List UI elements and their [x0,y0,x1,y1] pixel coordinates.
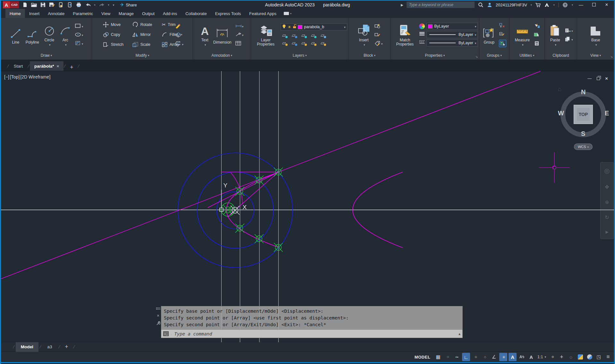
polar-tracking-icon[interactable] [471,353,479,361]
model-space-toggle[interactable]: MODEL [412,353,433,361]
redo-dropdown-icon[interactable]: ▾ [108,4,109,6]
layer-isolate-icon[interactable]: ▱ [281,40,288,46]
help-icon[interactable]: ? [562,2,568,8]
layer-unisolate-icon[interactable]: ▱ [290,40,297,46]
file-tab-close-icon[interactable] [57,64,59,69]
leader-dropdown-icon[interactable] [242,32,244,37]
layer-off-icon[interactable]: ▱ [281,32,288,38]
customization-menu-icon[interactable] [604,353,612,361]
quick-calculator-icon[interactable] [534,32,540,38]
navigation-bar[interactable]: ◎ ✥ ⊕ ↻ ▶ [600,162,614,239]
object-color-dropdown[interactable]: ByLayer [426,23,478,30]
viewcube-east[interactable]: E [605,110,609,117]
isolate-objects-icon[interactable] [567,353,575,361]
clean-screen-icon[interactable] [595,353,603,361]
viewcube-north[interactable]: N [581,88,586,96]
arc-button[interactable]: Arc [58,19,73,51]
copy-button[interactable]: Copy [103,32,132,38]
graphics-performance-icon[interactable] [576,353,584,361]
layer-color-swatch[interactable] [298,25,302,29]
layer-freeze-all-icon[interactable]: ▱ [300,40,307,46]
trim-button[interactable]: ✂Trim [162,22,173,28]
fillet-button[interactable]: Fillet [162,32,173,38]
search-expand-icon[interactable]: ▶ [401,3,403,7]
lineweight-icon[interactable] [419,32,425,37]
ungroup-icon[interactable] [499,22,505,29]
help-dropdown-icon[interactable]: ▾ [572,4,573,6]
hatch-tool-icon[interactable] [75,40,81,46]
panel-label-draw[interactable]: Draw [1,51,92,60]
layer-walk-icon[interactable]: ▱ [319,40,326,46]
tab-home[interactable]: Home [5,9,25,18]
tab-output[interactable]: Output [138,9,159,18]
annotation-visibility-icon[interactable] [509,353,517,361]
file-tab-start[interactable]: Start [9,61,28,71]
layer-thaw-sun-icon[interactable]: ☀ [288,25,291,29]
explode-icon[interactable] [175,32,181,38]
tab-manage[interactable]: Manage [114,9,138,18]
layer-freeze-icon[interactable]: ▱ [300,32,307,38]
ribbon-display-toggle[interactable]: ▾ [281,9,295,18]
workspace-switching-icon[interactable] [548,353,556,361]
plot-icon[interactable] [76,2,82,8]
cut-dropdown-icon[interactable] [571,28,573,33]
dynamic-input-icon[interactable] [453,353,461,361]
dim-linear-icon[interactable] [235,23,241,29]
edit-block-icon[interactable] [375,32,381,38]
view-cube[interactable]: ⌂ N S W E TOP [560,90,607,137]
new-layout-button[interactable]: + [61,343,72,350]
viewport-view-control[interactable]: [Top] [10,74,20,79]
tab-parametric[interactable]: Parametric [69,9,97,18]
match-properties-button[interactable]: Match Properties [392,19,418,51]
object-snap-icon[interactable] [499,353,507,361]
username[interactable]: 20241129FHF3V [496,3,527,7]
copy-clip-icon[interactable] [565,36,571,42]
hatch-dropdown-icon[interactable] [82,40,83,46]
layer-dropdown[interactable]: ☀ parabola_b [281,23,347,30]
command-window[interactable]: Specify base point or [Displacement/mOde… [155,306,463,338]
pan-icon[interactable]: ✥ [605,184,609,190]
tab-featured-apps[interactable]: Featured Apps [245,9,281,18]
panel-label-view[interactable]: View↘ [577,51,614,60]
panel-label-modify[interactable]: Modify [92,51,193,60]
panel-label-properties[interactable]: Properties↘ [391,51,479,60]
group-button[interactable]: Group [481,19,497,51]
measure-button[interactable]: Measure [513,19,531,51]
panel-label-clipboard[interactable]: Clipboard [545,51,577,60]
tab-view[interactable]: View [97,9,114,18]
save-icon[interactable] [40,2,46,8]
save-as-icon[interactable] [49,2,55,8]
viewcube-home-icon[interactable]: ⌂ [558,86,561,93]
layer-match-icon[interactable]: ▱ [319,32,326,38]
search-input[interactable]: Type a keyword or phrase [407,2,475,8]
polyline-button[interactable]: Polyline [24,19,41,51]
ellipse-tool-icon[interactable] [75,32,81,38]
doc-minimize-button[interactable]: — [587,76,592,81]
stretch-button[interactable]: Stretch [103,42,132,48]
viewcube-west[interactable]: W [558,110,564,117]
viewport-menu-control[interactable]: [−] [4,74,9,79]
properties-dialog-launcher-icon[interactable]: ↘ [476,55,478,58]
layer-unlock-all-icon[interactable]: ▱ [309,40,316,46]
autocad-app-icon[interactable]: ACAD [3,1,19,8]
navigation-wheel-icon[interactable]: ◎ [604,167,610,175]
zoom-extents-icon[interactable]: ⊕ [605,199,609,205]
tab-addins[interactable]: Add-ins [159,9,181,18]
cart-icon[interactable] [535,2,541,8]
qat-menu-icon[interactable]: ▾ [113,3,114,7]
ortho-mode-icon[interactable] [462,353,470,361]
move-button[interactable]: Move [103,22,132,28]
layer-dropdown-caret-icon[interactable] [344,25,346,29]
panel-label-groups[interactable]: Groups [479,51,509,60]
layer-lock-icon[interactable]: ▱ [309,32,316,38]
calculator-icon[interactable] [534,40,540,46]
autodesk-dropdown-icon[interactable]: ▾ [553,4,555,6]
viewcube-top-face[interactable]: TOP [574,105,593,124]
rectangle-dropdown-icon[interactable] [82,23,83,29]
tab-express-tools[interactable]: Express Tools [211,9,245,18]
command-expand-icon[interactable]: ▲ [459,332,460,335]
ellipse-dropdown-icon[interactable] [82,32,83,37]
panel-label-utilities[interactable]: Utilities [510,51,544,60]
offset-icon[interactable] [175,40,181,46]
layout-tab-a3[interactable]: a3 [42,342,57,352]
